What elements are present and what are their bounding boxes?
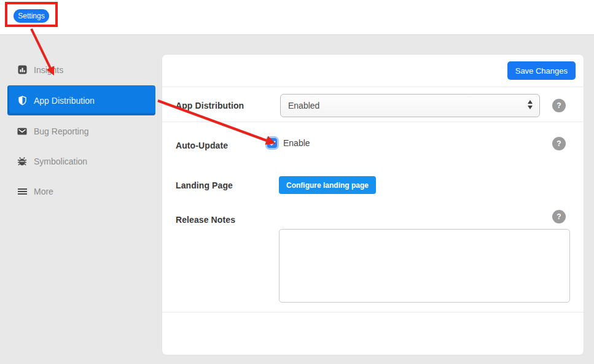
settings-panel: Save Changes App Distribution Enabled ? … bbox=[162, 54, 584, 355]
sidebar-item-bug-reporting[interactable]: Bug Reporting bbox=[7, 116, 155, 146]
sidebar-item-symbolication[interactable]: Symbolication bbox=[7, 146, 155, 176]
sidebar-item-label: More bbox=[34, 187, 53, 196]
envelope-icon bbox=[17, 126, 27, 136]
checkbox-label: Enable bbox=[283, 138, 310, 148]
top-bar: Settings bbox=[0, 0, 594, 34]
select-value: Enabled bbox=[288, 101, 319, 110]
sidebar-item-label: Bug Reporting bbox=[34, 126, 89, 136]
panel-header: Save Changes bbox=[162, 55, 584, 87]
shield-icon bbox=[17, 96, 27, 106]
auto-update-checkbox[interactable] bbox=[267, 138, 277, 148]
menu-icon bbox=[17, 187, 27, 196]
row-label: Auto-Update bbox=[176, 141, 228, 150]
help-icon[interactable]: ? bbox=[552, 210, 566, 223]
release-notes-textarea[interactable] bbox=[279, 229, 570, 303]
row-label: Release Notes bbox=[176, 215, 235, 225]
row-label: Landing Page bbox=[176, 180, 233, 190]
sidebar-item-label: App Distribution bbox=[34, 96, 95, 106]
row-auto-update: Auto-Update Enable ? bbox=[162, 122, 584, 165]
settings-annotation-box: Settings bbox=[5, 2, 58, 27]
settings-button[interactable]: Settings bbox=[14, 9, 49, 23]
sidebar-item-label: Symbolication bbox=[34, 157, 87, 166]
select-stepper-icon bbox=[528, 100, 533, 109]
save-changes-button[interactable]: Save Changes bbox=[507, 61, 576, 80]
auto-update-checkbox-group: Enable bbox=[267, 138, 310, 148]
app-distribution-select[interactable]: Enabled bbox=[280, 94, 540, 117]
row-release-notes: Release Notes ? bbox=[162, 203, 584, 312]
row-app-distribution: App Distribution Enabled ? bbox=[162, 87, 584, 122]
checkmark-icon bbox=[269, 141, 276, 146]
sidebar-item-label: Insights bbox=[34, 65, 63, 75]
bug-icon bbox=[17, 157, 27, 166]
configure-landing-page-button[interactable]: Configure landing page bbox=[279, 176, 376, 194]
bar-chart-icon bbox=[17, 65, 27, 75]
sidebar-item-insights[interactable]: Insights bbox=[7, 55, 155, 85]
help-icon[interactable]: ? bbox=[552, 137, 566, 150]
help-icon[interactable]: ? bbox=[552, 99, 566, 112]
row-label: App Distribution bbox=[176, 101, 244, 110]
panel-footer bbox=[162, 312, 584, 355]
sidebar-item-more[interactable]: More bbox=[7, 176, 155, 206]
row-landing-page: Landing Page Configure landing page bbox=[162, 165, 584, 203]
sidebar-item-app-distribution[interactable]: App Distribution bbox=[7, 85, 155, 115]
